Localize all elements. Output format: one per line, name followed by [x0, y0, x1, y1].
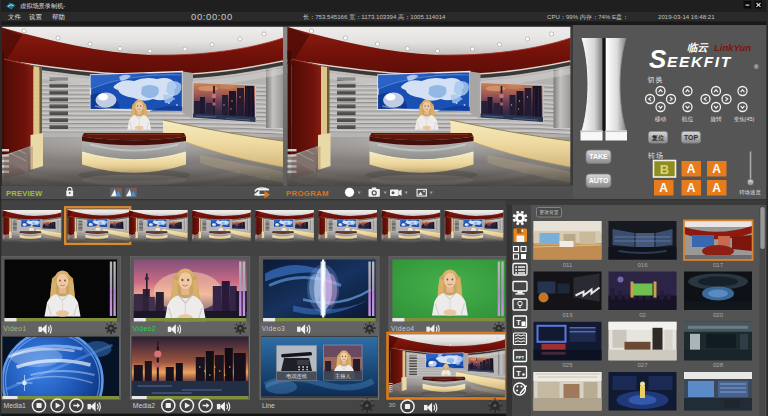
- svg-text:T: T: [516, 318, 521, 327]
- svg-text:TOP: TOP: [684, 134, 698, 141]
- svg-text:设置: 设置: [29, 13, 42, 20]
- svg-text:虚拟场景录制机-: 虚拟场景录制机-: [20, 2, 65, 10]
- svg-text:文件: 文件: [8, 13, 21, 20]
- svg-text:T: T: [516, 369, 521, 378]
- svg-text:PREVIEW: PREVIEW: [6, 189, 43, 198]
- svg-text:Media1: Media1: [4, 402, 27, 409]
- svg-text:A: A: [712, 181, 721, 195]
- svg-text:Video4: Video4: [391, 325, 414, 332]
- svg-text:30: 30: [389, 401, 396, 408]
- svg-text:切换: 切换: [648, 76, 664, 84]
- svg-text:Video2: Video2: [133, 325, 156, 332]
- svg-text:S: S: [649, 44, 667, 74]
- svg-text:电话连线: 电话连线: [286, 373, 307, 380]
- svg-text:A: A: [687, 162, 696, 176]
- svg-text:主持人: 主持人: [335, 373, 351, 380]
- svg-text:Video1: Video1: [3, 325, 26, 332]
- svg-text:A: A: [687, 181, 696, 195]
- svg-text:更改背景: 更改背景: [539, 209, 558, 215]
- svg-text:移动: 移动: [655, 116, 667, 123]
- svg-text:020: 020: [713, 312, 724, 318]
- svg-text:A: A: [712, 162, 721, 176]
- svg-text:机位: 机位: [682, 116, 694, 123]
- svg-text:TAKE: TAKE: [589, 153, 608, 160]
- svg-text:®: ®: [754, 64, 759, 70]
- svg-text:028: 028: [713, 362, 724, 368]
- svg-text:B: B: [660, 162, 669, 177]
- svg-text:复位: 复位: [651, 134, 665, 142]
- svg-text:011: 011: [563, 262, 573, 268]
- svg-text:2019-03-14 16:48:21: 2019-03-14 16:48:21: [658, 13, 715, 20]
- svg-text:长：753.545166 宽：1173.103394 高: 长：753.545166 宽：1173.103394 高：1005.114014: [303, 13, 446, 21]
- svg-text:临云: 临云: [687, 41, 710, 53]
- svg-text:A: A: [659, 181, 668, 195]
- svg-text:Video3: Video3: [262, 325, 285, 332]
- svg-text:025: 025: [562, 362, 573, 368]
- svg-text:017: 017: [713, 262, 724, 268]
- svg-text:转场速度: 转场速度: [739, 189, 761, 196]
- svg-text:PPT: PPT: [516, 355, 525, 360]
- svg-text:016: 016: [637, 262, 648, 268]
- svg-text:019: 019: [562, 312, 573, 318]
- svg-text:027: 027: [637, 362, 648, 368]
- svg-text:PROGRAM: PROGRAM: [286, 189, 329, 198]
- svg-text:转场: 转场: [648, 152, 664, 160]
- svg-text:Line: Line: [262, 402, 275, 409]
- svg-text:帮助: 帮助: [52, 13, 65, 21]
- svg-text:Media2: Media2: [133, 402, 156, 409]
- svg-text:旋转: 旋转: [710, 116, 722, 123]
- svg-text:LinkYun: LinkYun: [714, 42, 751, 53]
- svg-text:变焦(45): 变焦(45): [734, 116, 755, 123]
- svg-text:EEKFIT: EEKFIT: [667, 53, 732, 70]
- svg-text:CPU：99% 内存：74% E盘：: CPU：99% 内存：74% E盘：: [547, 13, 628, 21]
- svg-text:02: 02: [639, 312, 646, 318]
- svg-text:00:00:00: 00:00:00: [191, 11, 233, 22]
- svg-text:AUTO: AUTO: [589, 177, 609, 184]
